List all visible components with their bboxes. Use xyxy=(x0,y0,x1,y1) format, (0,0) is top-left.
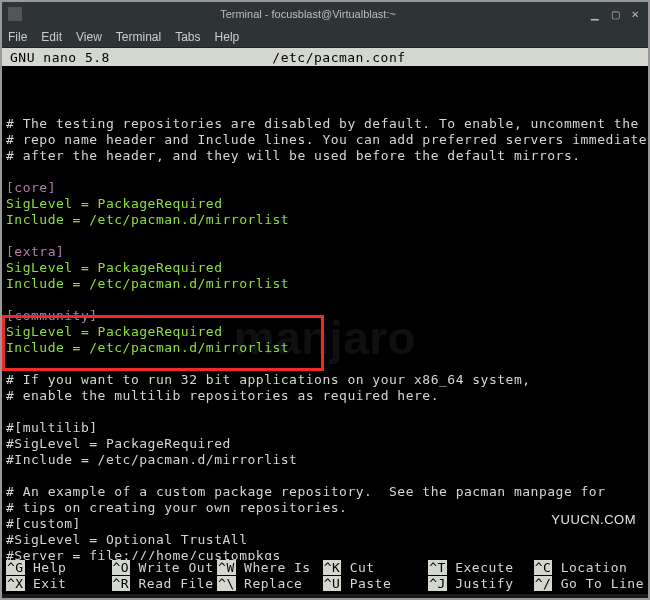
minimize-button[interactable]: ▁ xyxy=(588,7,602,21)
custom-siglevel: #SigLevel = Optional TrustAll xyxy=(6,532,247,547)
menu-tabs[interactable]: Tabs xyxy=(175,30,200,44)
section-community: [community] xyxy=(6,308,98,323)
comment-line: # after the header, and they will be use… xyxy=(6,148,581,163)
shortcut-writeout: ^O Write Out xyxy=(112,560,218,576)
window-buttons: ▁ ▢ ✕ xyxy=(588,7,642,21)
include-community: Include = /etc/pacman.d/mirrorlist xyxy=(6,340,289,355)
siglevel-community: SigLevel = PackageRequired xyxy=(6,324,223,339)
menu-help[interactable]: Help xyxy=(215,30,240,44)
shortcut-exit: ^X Exit xyxy=(6,576,112,592)
shortcut-cut: ^K Cut xyxy=(323,560,429,576)
shortcut-location: ^C Location xyxy=(534,560,644,576)
shortcut-replace: ^\ Replace xyxy=(217,576,323,592)
shortcut-gotoline: ^/ Go To Line xyxy=(534,576,644,592)
menu-terminal[interactable]: Terminal xyxy=(116,30,161,44)
custom-header: #[custom] xyxy=(6,516,81,531)
menu-edit[interactable]: Edit xyxy=(41,30,62,44)
menubar: File Edit View Terminal Tabs Help xyxy=(2,26,648,48)
editor-area[interactable]: manjaro YUUCN.COM # The testing reposito… xyxy=(2,66,648,560)
section-core: [core] xyxy=(6,180,56,195)
nano-version: GNU nano 5.8 xyxy=(2,50,110,65)
include-core: Include = /etc/pacman.d/mirrorlist xyxy=(6,212,289,227)
nano-header: GNU nano 5.8 /etc/pacman.conf xyxy=(2,48,648,66)
shortcut-paste: ^U Paste xyxy=(323,576,429,592)
comment-line: # tips on creating your own repositories… xyxy=(6,500,347,515)
comment-line: # enable the multilib repositories as re… xyxy=(6,388,439,403)
close-button[interactable]: ✕ xyxy=(628,7,642,21)
comment-line: # If you want to run 32 bit applications… xyxy=(6,372,531,387)
section-extra: [extra] xyxy=(6,244,64,259)
maximize-button[interactable]: ▢ xyxy=(608,7,622,21)
multilib-header: #[multilib] xyxy=(6,420,98,435)
siglevel-core: SigLevel = PackageRequired xyxy=(6,196,223,211)
menu-file[interactable]: File xyxy=(8,30,27,44)
menu-view[interactable]: View xyxy=(76,30,102,44)
shortcut-readfile: ^R Read File xyxy=(112,576,218,592)
shortcut-justify: ^J Justify xyxy=(428,576,534,592)
siglevel-extra: SigLevel = PackageRequired xyxy=(6,260,223,275)
multilib-include: #Include = /etc/pacman.d/mirrorlist xyxy=(6,452,297,467)
comment-line: # An example of a custom package reposit… xyxy=(6,484,606,499)
nano-shortcut-bar: ^G Help ^O Write Out ^W Where Is ^K Cut … xyxy=(2,560,648,594)
shortcut-whereis: ^W Where Is xyxy=(217,560,323,576)
shortcut-help: ^G Help xyxy=(6,560,112,576)
watermark-corner: YUUCN.COM xyxy=(545,510,642,530)
terminal-icon xyxy=(8,7,22,21)
shortcut-execute: ^T Execute xyxy=(428,560,534,576)
comment-line: # repo name header and Include lines. Yo… xyxy=(6,132,648,147)
multilib-siglevel: #SigLevel = PackageRequired xyxy=(6,436,231,451)
comment-line: # The testing repositories are disabled … xyxy=(6,116,639,131)
include-extra: Include = /etc/pacman.d/mirrorlist xyxy=(6,276,289,291)
custom-server: #Server = file:///home/custompkgs xyxy=(6,548,281,560)
window-titlebar: Terminal - focusblast@Virtualblast:~ ▁ ▢… xyxy=(2,2,648,26)
nano-filename: /etc/pacman.conf xyxy=(110,50,568,65)
window-title: Terminal - focusblast@Virtualblast:~ xyxy=(28,8,588,20)
